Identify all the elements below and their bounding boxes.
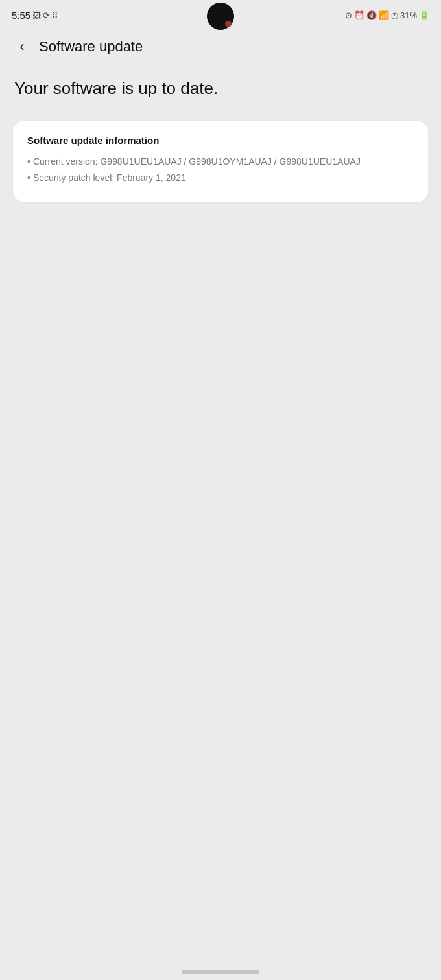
- status-time: 5:55: [12, 10, 30, 21]
- battery-icon: 🔋: [419, 10, 429, 20]
- photo-icon: 🖼: [32, 10, 41, 20]
- info-card-item-version: • Current version: G998U1UEU1AUAJ / G998…: [27, 155, 414, 169]
- status-right: ⊙ ⏰ 🔇 📶 ◷ 31% 🔋: [345, 10, 429, 20]
- dots-icon: ⠿: [52, 10, 58, 20]
- timer-icon: ◷: [391, 10, 398, 20]
- bullet-icon-2: •: [27, 171, 30, 185]
- back-button[interactable]: ‹: [10, 35, 34, 58]
- vpn-icon: ⊙: [345, 10, 352, 20]
- top-nav: ‹ Software update: [0, 29, 441, 67]
- status-bar: 5:55 🖼 ⟳ ⠿ ⊙ ⏰ 🔇 📶 ◷ 31% 🔋: [0, 0, 441, 29]
- battery-label: 31%: [400, 10, 417, 20]
- front-camera: [207, 3, 234, 30]
- wifi-icon: 📶: [379, 10, 389, 20]
- version-text: Current version: G998U1UEU1AUAJ / G998U1…: [33, 155, 414, 169]
- bullet-icon-1: •: [27, 155, 30, 169]
- status-left: 5:55 🖼 ⟳ ⠿: [12, 10, 58, 21]
- bottom-nav-handle: [182, 970, 259, 974]
- info-card-item-patch: • Security patch level: February 1, 2021: [27, 171, 414, 185]
- info-card-title: Software update information: [27, 135, 414, 146]
- main-content: Your software is up to date. Software up…: [0, 67, 441, 228]
- alarm-icon: ⏰: [354, 10, 364, 20]
- patch-level-text: Security patch level: February 1, 2021: [33, 171, 414, 185]
- back-chevron-icon: ‹: [19, 38, 24, 55]
- page-title: Software update: [39, 38, 143, 55]
- sync-icon: ⟳: [43, 10, 50, 20]
- camera-notch-area: [207, 3, 234, 30]
- mute-icon: 🔇: [366, 10, 377, 20]
- up-to-date-message: Your software is up to date.: [13, 78, 428, 100]
- info-card: Software update information • Current ve…: [13, 121, 428, 202]
